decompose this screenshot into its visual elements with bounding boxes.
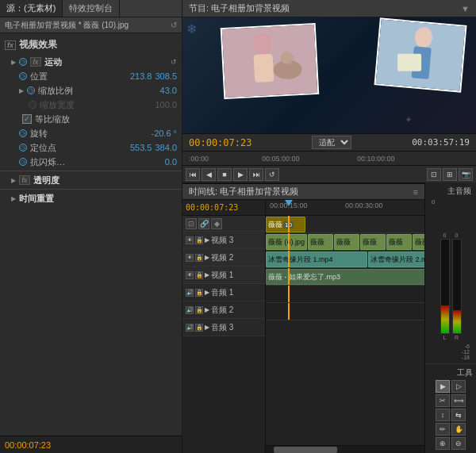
audio3-expand[interactable]: ▶ <box>205 324 209 331</box>
svg-rect-2 <box>254 54 274 83</box>
db-label-0: 0 <box>432 198 435 205</box>
video1-expand[interactable]: ▶ <box>205 271 209 278</box>
tab-source[interactable]: 源：(无素材) <box>0 0 63 17</box>
clip-video2-1[interactable]: 薇薇 (6).jpg <box>266 234 307 250</box>
link-btn[interactable]: 🔗 <box>198 218 209 229</box>
video2-lock[interactable]: 🔒 <box>195 254 203 262</box>
stopwatch-icon[interactable]: ◷ <box>19 58 27 66</box>
playback-controls: ⏮ ◀ ■ ▶ ⏭ ↺ ⊡ ⊞ 📷 <box>182 165 476 182</box>
video2-eye[interactable]: 👁 <box>186 254 194 262</box>
clip-video2-3-label: 薇薇 <box>336 237 351 248</box>
timeline-timecode[interactable]: 00:00:07:23 <box>182 200 265 216</box>
anchor-y[interactable]: 384.0 <box>155 143 177 152</box>
tool-hand[interactable]: ✋ <box>451 423 466 436</box>
clip-video2-4[interactable]: 薇薇 <box>360 234 386 250</box>
ruler-label-30: 00:00:30:00 <box>345 202 383 209</box>
tab-effects-control[interactable]: 特效控制台 <box>63 0 120 17</box>
timeline-collapse-icon[interactable]: ≡ <box>413 187 418 197</box>
h-scrollbar[interactable] <box>266 445 424 453</box>
audio2-mute[interactable]: 🔊 <box>186 306 194 314</box>
export-frame-btn[interactable]: 📷 <box>459 168 473 181</box>
clip-audio1-1[interactable]: 薇薇 - 如果爱忘了.mp3 <box>266 269 424 285</box>
clip-video2-3[interactable]: 薇薇 <box>334 234 359 250</box>
loop-btn[interactable]: ↺ <box>265 168 279 181</box>
position-x[interactable]: 213.8 <box>130 71 152 81</box>
fit-dropdown[interactable]: 适配 <box>312 136 351 149</box>
video3-label: 视频 3 <box>211 235 233 246</box>
clip-video3-1[interactable]: 薇薇 10 <box>266 217 305 232</box>
timeremap-label: 时间重置 <box>19 193 54 205</box>
rotation-stopwatch[interactable]: ◷ <box>19 129 27 137</box>
scale-width-label: 缩放宽度 <box>40 99 152 111</box>
expand-arrow[interactable]: ▶ <box>11 59 16 66</box>
audio1-expand[interactable]: ▶ <box>205 289 209 296</box>
anchor-stopwatch[interactable]: ◷ <box>19 144 27 152</box>
clip-video1-2[interactable]: 冰雪奇缘片段 2.mp4 <box>368 251 424 267</box>
reset-icon[interactable]: ↺ <box>171 21 177 29</box>
rotation-value[interactable]: -20.6 ° <box>151 129 177 138</box>
meter-db-0: 0 <box>443 232 447 238</box>
scale-label: 缩放比例 <box>38 85 157 97</box>
video3-expand[interactable]: ▶ <box>205 236 209 244</box>
audio2-expand[interactable]: ▶ <box>205 306 209 313</box>
antiflicker-stopwatch[interactable]: ◷ <box>19 158 27 166</box>
audio1-mute[interactable]: 🔊 <box>186 289 194 297</box>
step-fwd-btn[interactable]: ⏭ <box>249 168 263 181</box>
antiflicker-value[interactable]: 0.0 <box>165 157 177 167</box>
tool-track-select[interactable]: ▷ <box>451 380 466 393</box>
motion-label: 运动 <box>44 56 62 68</box>
audio1-lock[interactable]: 🔒 <box>195 289 203 297</box>
timeremap-expand[interactable]: ▶ <box>11 195 16 202</box>
marker-btn[interactable]: ◆ <box>211 218 222 229</box>
left-timecode[interactable]: 00:00:07:23 <box>0 436 182 453</box>
motion-reset-icon[interactable]: ↺ <box>171 58 177 66</box>
audio-meter-section: 主音频 0 0 L <box>425 182 476 363</box>
track-audio2 <box>266 286 424 303</box>
meter-right-bar <box>452 239 462 334</box>
timeline-content: 00:00:07:23 ⊡ 🔗 ◆ 👁 🔒 ▶ <box>182 200 424 453</box>
video1-lock[interactable]: 🔒 <box>195 271 203 279</box>
video3-lock[interactable]: 🔒 <box>195 236 203 244</box>
tool-slip[interactable]: ⇆ <box>451 409 466 421</box>
audio2-lock[interactable]: 🔒 <box>195 306 203 314</box>
clip-video2-4-label: 薇薇 <box>363 237 377 248</box>
play-btn[interactable]: ▶ <box>233 168 248 181</box>
opacity-expand[interactable]: ▶ <box>11 177 16 184</box>
clip-video2-6[interactable]: 薇薇 <box>413 234 424 250</box>
clip-video1-1[interactable]: 冰雪奇缘片段 1.mp4 <box>266 251 367 267</box>
position-y[interactable]: 308.5 <box>155 71 177 81</box>
video2-expand[interactable]: ▶ <box>205 254 209 261</box>
scroll-thumb[interactable] <box>274 447 337 453</box>
track-time-ruler: 00:00:15:00 00:00:30:00 00: <box>266 200 424 216</box>
audio3-mute[interactable]: 🔊 <box>186 324 194 332</box>
tool-pen[interactable]: ✏ <box>436 423 450 436</box>
scale-arrow[interactable]: ▶ <box>19 87 24 94</box>
audio3-lock[interactable]: 🔒 <box>195 324 203 332</box>
scale-value[interactable]: 43.0 <box>160 86 177 95</box>
playhead-marker[interactable] <box>285 200 293 206</box>
preview-dropdown-icon[interactable]: ▼ <box>461 4 470 13</box>
tool-rate-stretch[interactable]: ↕ <box>436 409 450 421</box>
clip-video2-2[interactable]: 薇薇 <box>308 234 333 250</box>
video3-eye[interactable]: 👁 <box>186 236 194 244</box>
clip-video2-5[interactable]: 薇薇 <box>386 234 412 250</box>
position-stopwatch[interactable]: ◷ <box>19 72 27 80</box>
safe-margin-btn[interactable]: ⊡ <box>427 168 441 181</box>
stop-btn[interactable]: ■ <box>217 168 232 181</box>
scale-width-stopwatch: ◷ <box>29 101 36 109</box>
video1-eye[interactable]: 👁 <box>186 271 194 279</box>
tool-ripple[interactable]: ⟺ <box>451 394 466 407</box>
output-btn[interactable]: ⊞ <box>443 168 457 181</box>
anchor-x[interactable]: 553.5 <box>130 143 152 152</box>
tool-zoom-in[interactable]: ⊕ <box>436 437 450 450</box>
uniform-scale-checkbox[interactable]: ✓ <box>22 114 32 124</box>
tool-zoom-out[interactable]: ⊖ <box>451 437 466 450</box>
tool-razor[interactable]: ✂ <box>436 394 450 407</box>
step-back-btn[interactable]: ⏮ <box>186 168 200 181</box>
clip-video2-1-label: 薇薇 (6).jpg <box>268 237 305 248</box>
play-back-btn[interactable]: ◀ <box>202 168 216 181</box>
tool-select[interactable]: ▶ <box>436 380 450 393</box>
snap-btn[interactable]: ⊡ <box>186 218 197 229</box>
scale-stopwatch[interactable]: ◷ <box>27 86 35 94</box>
preview-timecode[interactable]: 00:00:07:23 <box>189 137 251 148</box>
